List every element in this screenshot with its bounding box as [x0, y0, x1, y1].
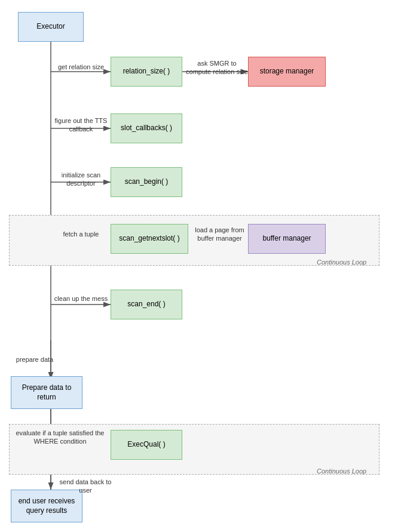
label-load-page: load a page from buffer manager — [188, 226, 251, 243]
scan-getnextslot-box: scan_getnextslot( ) — [111, 224, 188, 254]
label-send-data: send data back to user — [53, 478, 118, 495]
prepare-data-label: Prepare data to return — [16, 383, 77, 402]
label-clean-up: clean up the mess — [53, 294, 109, 303]
executor-label: Executor — [36, 22, 65, 32]
label-ask-smgr: ask SMGR to compute relation size — [184, 59, 250, 76]
executor-box: Executor — [18, 12, 84, 42]
label-fetch-tuple: fetch a tuple — [53, 230, 109, 238]
storage-manager-label: storage manager — [260, 67, 314, 76]
storage-manager-box: storage manager — [248, 57, 326, 87]
label-figure-tts: figure out the TTS callback — [53, 116, 109, 134]
buffer-manager-box: buffer manager — [248, 224, 326, 254]
label-evaluate-tuple: evaluate if a tuple satisfied the WHERE … — [11, 429, 109, 446]
label-prepare-data: prepare data — [11, 355, 59, 364]
scan-begin-box: scan_begin( ) — [111, 167, 182, 197]
continuous-loop-2-label: Continuous Loop — [317, 468, 366, 475]
execqual-box: ExecQual( ) — [111, 430, 182, 460]
scan-getnextslot-label: scan_getnextslot( ) — [119, 234, 179, 244]
continuous-loop-1-label: Continuous Loop — [317, 259, 366, 266]
relation-size-box: relation_size( ) — [111, 57, 182, 87]
buffer-manager-label: buffer manager — [262, 234, 311, 244]
diagram: Executor relation_size( ) storage manage… — [0, 0, 401, 532]
scan-end-label: scan_end( ) — [127, 300, 165, 309]
end-user-label: end user receives query results — [16, 497, 77, 515]
execqual-label: ExecQual( ) — [127, 440, 165, 450]
relation-size-label: relation_size( ) — [123, 67, 170, 76]
prepare-data-box: Prepare data to return — [11, 376, 82, 409]
scan-begin-label: scan_begin( ) — [125, 177, 169, 187]
slot-callbacks-box: slot_callbacks( ) — [111, 113, 182, 143]
scan-end-box: scan_end( ) — [111, 290, 182, 319]
label-get-relation-size: get relation size — [53, 63, 109, 71]
label-initialize-scan: initialize scan descriptor — [53, 171, 109, 188]
slot-callbacks-label: slot_callbacks( ) — [121, 124, 172, 133]
